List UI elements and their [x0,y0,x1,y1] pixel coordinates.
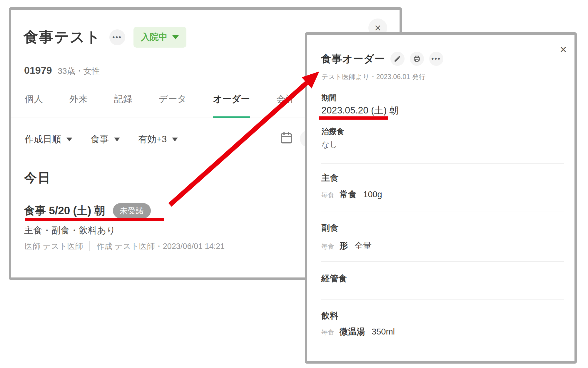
byline-divider [89,241,90,251]
meal-order-modal: × 食事オーダー ••• テスト医師より・2023.06.01 発行 期間 [305,32,577,364]
order-item-byline: 医師 テスト医師 作成 テスト医師・2023/06/01 14:21 [25,241,225,252]
calendar-button[interactable] [279,131,293,145]
filter-type-label: 食事 [91,133,109,145]
staple-food-label: 主食 [321,172,338,184]
screenshot-canvas: 食事テスト ••• 入院中 01979 33歳・女性 個人 外来 記録 データ … [0,0,588,368]
section-divider [321,212,564,212]
pencil-icon [394,55,401,63]
close-icon: × [560,44,567,55]
chevron-down-icon [172,138,178,141]
period-value: 2023.05.20 (土) 朝 [321,104,399,117]
side-dish-label: 副食 [321,222,338,234]
period-label: 期間 [321,93,337,103]
chevron-down-icon [114,138,120,141]
chevron-down-icon [66,138,72,141]
tab-outpatient[interactable]: 外来 [69,93,88,118]
therapeutic-meal-value: なし [321,139,338,150]
tab-personal[interactable]: 個人 [25,93,43,118]
more-icon: ••• [432,56,441,62]
admission-status-badge[interactable]: 入院中 [133,27,186,48]
section-divider [321,299,564,300]
beverage-amount: 350ml [372,327,395,337]
modal-subtitle: テスト医師より・2023.06.01 発行 [321,72,425,81]
therapeutic-meal-label: 治療食 [321,126,344,137]
beverage-label: 飲料 [321,310,338,322]
more-icon: ••• [112,34,122,41]
patient-header: 食事テスト ••• 入院中 [24,27,186,48]
staple-frequency: 毎食 [321,191,334,200]
order-status-badge: 未受諾 [113,203,151,218]
filter-sort-label: 作成日順 [25,133,61,145]
filter-status-dropdown[interactable]: 有効+3 [138,133,178,145]
modal-close-button[interactable]: × [556,42,571,57]
staple-food-row: 毎食 常食 100g [321,189,382,200]
patient-meta-row: 01979 33歳・女性 [24,65,100,77]
calendar-icon [279,131,293,145]
modal-header: 食事オーダー ••• [321,52,443,66]
today-heading: 今日 [24,169,51,186]
tab-accounting[interactable]: 会計 [276,93,295,118]
side-name: 形 [340,240,348,252]
side-amount: 全量 [355,240,372,252]
side-frequency: 毎食 [321,242,334,251]
order-doctor: 医師 テスト医師 [25,241,83,252]
patient-id: 01979 [24,65,52,76]
print-button[interactable] [410,52,424,66]
patient-name-title: 食事テスト [24,27,101,47]
staple-name: 常食 [340,189,357,200]
staple-amount: 100g [363,190,382,199]
modal-more-button[interactable]: ••• [429,52,443,66]
order-item-summary: 主食・副食・飲料あり [24,224,116,237]
printer-icon [413,55,421,63]
beverage-row: 毎食 微温湯 350ml [321,326,395,338]
section-divider [321,163,564,164]
admission-status-label: 入院中 [141,31,168,43]
tab-data[interactable]: データ [159,93,186,118]
filter-type-dropdown[interactable]: 食事 [91,133,120,145]
order-list-item[interactable]: 食事 5/20 (土) 朝 未受諾 [24,203,151,218]
beverage-name: 微温湯 [340,326,365,338]
close-icon: × [375,22,381,34]
patient-more-button[interactable]: ••• [109,29,125,45]
filter-sort-dropdown[interactable]: 作成日順 [25,133,72,145]
section-divider [321,261,564,262]
modal-title: 食事オーダー [321,52,385,66]
order-item-title[interactable]: 食事 5/20 (土) 朝 [24,203,105,218]
filter-status-label: 有効+3 [138,133,167,145]
tube-feeding-label: 経管食 [321,273,347,285]
order-created: 作成 テスト医師・2023/06/01 14:21 [96,241,225,252]
patient-age-sex: 33歳・女性 [58,66,100,77]
order-filter-bar: 作成日順 食事 有効+3 [25,133,178,145]
chevron-down-icon [172,35,179,39]
tab-records[interactable]: 記録 [114,93,132,118]
tab-orders[interactable]: オーダー [213,93,250,118]
beverage-frequency: 毎食 [321,328,334,337]
side-dish-row: 毎食 形 全量 [321,240,372,252]
edit-button[interactable] [390,52,405,66]
